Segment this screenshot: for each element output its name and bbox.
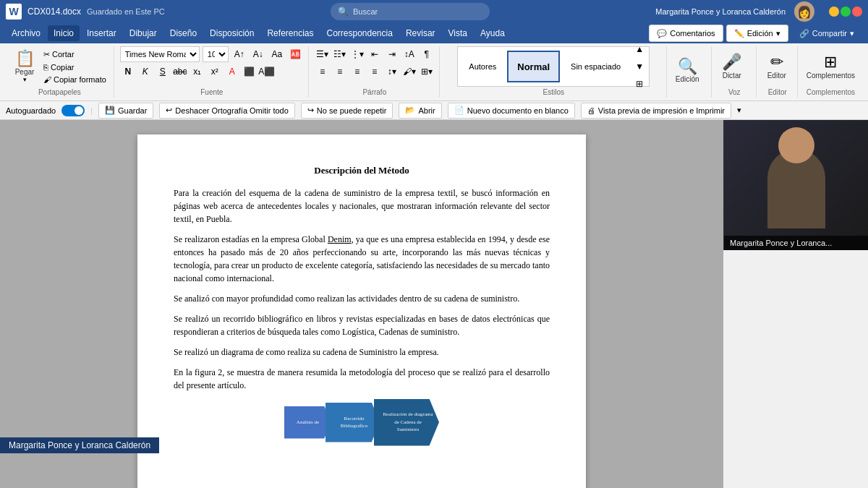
paste-button[interactable]: 📋 Pegar ▾ — [10, 47, 39, 85]
more-options-icon[interactable]: ▾ — [737, 106, 741, 115]
redo-button[interactable]: ↪ No se puede repetir — [301, 103, 393, 119]
ribbon-row: 📋 Pegar ▾ ✂ Cortar ⎘ Copiar 🖌 Copiar for… — [0, 43, 868, 101]
justify-button[interactable]: ≡ — [367, 64, 383, 80]
clear-format-button[interactable]: 🆎 — [288, 46, 304, 62]
style-sin-espaciado[interactable]: Sin espaciado — [561, 51, 630, 82]
preview-icon: 🖨 — [587, 106, 595, 115]
menu-referencias[interactable]: Referencias — [261, 25, 319, 41]
menu-vista[interactable]: Vista — [443, 25, 473, 41]
preview-button[interactable]: 🖨 Vista previa de impresión e Imprimir — [581, 103, 731, 119]
shading-button[interactable]: 🖌▾ — [401, 64, 417, 80]
content-area: Descripción del Método Para la creación … — [0, 120, 868, 488]
paste-icon: 📋 — [15, 50, 35, 67]
underline-button[interactable]: S — [155, 64, 171, 80]
grow-font-button[interactable]: A↑ — [231, 46, 247, 62]
close-button[interactable] — [852, 7, 862, 17]
share-dropdown-icon: ▾ — [850, 29, 854, 38]
comments-button[interactable]: 💬 Comentarios — [649, 25, 723, 42]
quick-access-bar: Autoguardado | 💾 Guardar ↩ Deshacer Orto… — [0, 101, 868, 120]
title-bar: W CDX014.docx Guardado en Este PC 🔍 Busc… — [0, 0, 868, 23]
paragraph-label: Párrafo — [315, 87, 435, 98]
undo-button[interactable]: ↩ Deshacer Ortografía Omitir todo — [159, 103, 295, 119]
shrink-font-button[interactable]: A↓ — [250, 46, 266, 62]
dictate-button[interactable]: 🎤 Dictar — [718, 51, 746, 82]
paragraph-4: Se realizó un recorrido bibliográfico en… — [174, 312, 550, 338]
style-normal[interactable]: Normal — [507, 51, 560, 82]
menu-inicio[interactable]: Inicio — [48, 25, 80, 41]
username: Margarita Ponce y Loranca Calderón — [655, 7, 786, 16]
increase-indent-button[interactable]: ⇥ — [384, 46, 400, 62]
menu-ayuda[interactable]: Ayuda — [475, 25, 511, 41]
editor-icon: ✏ — [770, 53, 783, 71]
italic-button[interactable]: K — [137, 64, 153, 80]
font-size-select[interactable]: 10 — [203, 46, 229, 62]
person-head — [778, 127, 814, 163]
borders-button[interactable]: ⊞▾ — [419, 64, 435, 80]
editor-button[interactable]: ✏ Editor — [762, 51, 791, 82]
mic-icon: 🎤 — [722, 53, 741, 71]
styles-label: Estilos — [446, 87, 662, 98]
decrease-indent-button[interactable]: ⇤ — [367, 46, 383, 62]
addins-group: ⊞ Complementos Complementos — [799, 46, 862, 98]
styles-down-button[interactable]: ▼ — [631, 59, 647, 74]
video-feed — [724, 120, 868, 250]
addins-button[interactable]: ⊞ Complementos — [804, 51, 858, 82]
multilevel-button[interactable]: ⋮▾ — [349, 46, 365, 62]
line-spacing-button[interactable]: ↕▾ — [384, 64, 400, 80]
styles-up-button[interactable]: ▲ — [631, 43, 647, 57]
highlight-button[interactable]: ⬛ — [242, 64, 258, 80]
document-content[interactable]: Descripción del Método Para la creación … — [0, 120, 723, 488]
align-center-button[interactable]: ≡ — [332, 64, 348, 80]
search-box[interactable]: 🔍 Buscar — [331, 3, 490, 20]
align-right-button[interactable]: ≡ — [349, 64, 365, 80]
edition-button-ribbon[interactable]: 🔍 Edición — [673, 55, 702, 86]
voice-group: 🎤 Dictar Voz — [713, 46, 757, 98]
sort-button[interactable]: ↕A — [401, 46, 417, 62]
subscript-button[interactable]: x₁ — [190, 64, 205, 80]
comments-icon: 💬 — [657, 29, 667, 38]
share-button[interactable]: 🔗 Compartir ▾ — [791, 25, 862, 42]
copy-button[interactable]: ⎘ Copiar — [41, 61, 109, 73]
text-color-button[interactable]: A⬛ — [259, 64, 275, 80]
edition-button[interactable]: ✏️ Edición ▾ — [726, 25, 788, 42]
open-button[interactable]: 📂 Abrir — [399, 103, 441, 119]
show-marks-button[interactable]: ¶ — [419, 46, 435, 62]
document-page: Descripción del Método Para la creación … — [137, 134, 586, 488]
dropdown-icon: ▾ — [776, 29, 780, 38]
menu-diseno[interactable]: Diseño — [164, 25, 203, 41]
superscript-button[interactable]: x² — [207, 64, 223, 80]
font-family-select[interactable]: Times New Roman — [120, 46, 200, 62]
bold-button[interactable]: N — [120, 64, 136, 80]
menu-revisar[interactable]: Revisar — [400, 25, 441, 41]
edition-label — [673, 95, 707, 98]
maximize-button[interactable] — [841, 7, 851, 17]
menu-dibujar[interactable]: Dibujar — [124, 25, 163, 41]
clipboard-group: 📋 Pegar ▾ ✂ Cortar ⎘ Copiar 🖌 Copiar for… — [6, 46, 114, 98]
search-placeholder: Buscar — [353, 7, 378, 16]
cut-button[interactable]: ✂ Cortar — [41, 48, 109, 61]
style-autores[interactable]: Autores — [459, 51, 506, 82]
font-color-button[interactable]: A — [224, 64, 240, 80]
figure-container: Análisis de Recorrido Bibliográfico Real… — [174, 399, 550, 446]
new-doc-button[interactable]: 📄 Nuevo documento en blanco — [448, 103, 575, 119]
addins-icon: ⊞ — [824, 53, 837, 71]
font-case-button[interactable]: Aa — [269, 46, 285, 62]
menu-archivo[interactable]: Archivo — [6, 25, 46, 41]
numbering-button[interactable]: ☷▾ — [332, 46, 348, 62]
minimize-button[interactable] — [829, 7, 839, 17]
edition-icon: 🔍 — [678, 58, 697, 75]
paste-dropdown[interactable]: ▾ — [23, 76, 27, 83]
user-avatar: 👩 — [794, 1, 814, 22]
align-left-button[interactable]: ≡ — [315, 64, 331, 80]
menu-insertar[interactable]: Insertar — [81, 25, 122, 41]
edit-icon: ✏️ — [734, 29, 744, 38]
bullets-button[interactable]: ☰▾ — [315, 46, 331, 62]
format-painter-button[interactable]: 🖌 Copiar formato — [41, 74, 109, 85]
styles-container: Autores Normal Sin espaciado ▲ ▼ ⊞ — [457, 46, 650, 87]
autosave-toggle[interactable] — [61, 105, 85, 116]
menu-bar: Archivo Inicio Insertar Dibujar Diseño D… — [0, 23, 868, 43]
save-button[interactable]: 💾 Guardar — [98, 103, 153, 119]
strikethrough-button[interactable]: abc — [172, 64, 188, 80]
menu-correspondencia[interactable]: Correspondencia — [320, 25, 398, 41]
menu-disposicion[interactable]: Disposición — [204, 25, 260, 41]
